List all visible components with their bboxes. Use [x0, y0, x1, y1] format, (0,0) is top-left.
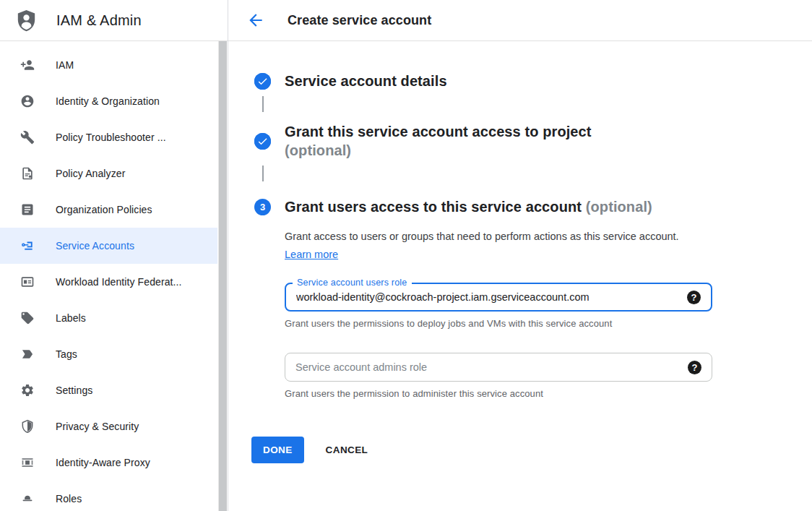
sidebar-item-label: Workload Identity Federat... [56, 276, 182, 288]
sidebar-item-label: Privacy & Security [56, 421, 139, 432]
gear-icon [20, 383, 35, 398]
service-account-key-icon [20, 239, 35, 253]
sidebar-item-labels[interactable]: Labels [0, 300, 217, 336]
sidebar-item-policy-troubleshooter[interactable]: Policy Troubleshooter ... [0, 119, 217, 155]
sidebar-item-label: Roles [56, 493, 82, 504]
sidebar-item-organization-policies[interactable]: Organization Policies [0, 192, 217, 228]
back-arrow-button[interactable] [246, 11, 265, 30]
sidebar: IAM & Admin IAM Identity & Organization [0, 0, 228, 511]
step-2-optional-label: (optional) [285, 141, 592, 160]
step-1-title: Service account details [285, 72, 447, 90]
arrow-tag-icon [20, 347, 35, 361]
sidebar-item-policy-analyzer[interactable]: Policy Analyzer [0, 155, 217, 192]
step-3-optional-label: (optional) [586, 199, 652, 215]
sidebar-item-service-accounts[interactable]: Service Accounts [0, 228, 217, 264]
sidebar-title: IAM & Admin [56, 12, 142, 29]
proxy-icon [20, 455, 35, 470]
help-icon[interactable]: ? [688, 361, 701, 374]
sidebar-item-iam[interactable]: IAM [0, 47, 217, 83]
label-tag-icon [20, 311, 35, 325]
step-3-header[interactable]: 3 Grant users access to this service acc… [254, 197, 812, 216]
sidebar-item-identity-aware-proxy[interactable]: Identity-Aware Proxy [0, 445, 217, 481]
iam-admin-page: IAM & Admin IAM Identity & Organization [0, 0, 812, 511]
sidebar-item-label: Tags [56, 348, 77, 360]
users-role-input[interactable] [296, 291, 678, 303]
account-circle-icon [20, 94, 35, 108]
sidebar-item-label: Policy Analyzer [56, 168, 125, 179]
admins-role-helper-text: Grant users the permission to administer… [285, 388, 812, 399]
hat-icon [20, 491, 35, 506]
form-actions: DONE CANCEL [251, 437, 812, 463]
wrench-icon [20, 130, 35, 145]
users-role-field-label: Service account users role [293, 278, 412, 288]
step-1-header[interactable]: Service account details [254, 72, 812, 90]
person-add-icon [20, 58, 35, 72]
step-3-title: Grant users access to this service accou… [285, 197, 652, 216]
create-service-account-form: Service account details Grant this servi… [228, 41, 812, 463]
sidebar-item-label: Policy Troubleshooter ... [56, 132, 166, 143]
sidebar-item-identity-organization[interactable]: Identity & Organization [0, 83, 217, 119]
cancel-button[interactable]: CANCEL [326, 445, 368, 455]
step-1-completed-check-icon [254, 73, 271, 90]
sidebar-header: IAM & Admin [0, 0, 228, 41]
step-3-description: Grant access to users or groups that nee… [285, 228, 683, 264]
help-icon[interactable]: ? [687, 291, 701, 304]
users-role-helper-text: Grant users the permissions to deploy jo… [285, 318, 812, 329]
sidebar-item-label: Labels [56, 312, 86, 324]
service-account-admins-role-field[interactable]: ? [285, 353, 712, 382]
sidebar-item-label: Service Accounts [56, 240, 134, 252]
step-2-title: Grant this service account access to pro… [285, 122, 592, 160]
sidebar-item-tags[interactable]: Tags [0, 336, 217, 372]
sidebar-scrollbar-thumb[interactable] [218, 41, 227, 511]
sidebar-item-roles[interactable]: Roles [0, 481, 217, 511]
step-2-header[interactable]: Grant this service account access to pro… [254, 122, 812, 160]
step-connector [262, 166, 264, 181]
learn-more-link[interactable]: Learn more [285, 249, 338, 260]
step-2-completed-check-icon [254, 133, 271, 150]
step-3-number-badge: 3 [254, 199, 271, 215]
id-card-icon [20, 275, 35, 289]
sidebar-item-label: IAM [56, 59, 74, 71]
done-button[interactable]: DONE [251, 437, 304, 463]
sidebar-item-label: Identity-Aware Proxy [56, 457, 150, 468]
sidebar-item-privacy-security[interactable]: Privacy & Security [0, 408, 217, 445]
iam-admin-shield-icon [14, 9, 38, 33]
sidebar-item-settings[interactable]: Settings [0, 372, 217, 408]
appbar: Create service account [228, 0, 812, 41]
shield-icon [20, 419, 35, 434]
article-icon [20, 202, 35, 217]
sidebar-item-label: Settings [56, 385, 92, 396]
step-connector [262, 96, 264, 112]
sidebar-nav: IAM Identity & Organization Policy Troub… [0, 41, 228, 511]
service-account-users-role-field[interactable]: Service account users role ? [285, 283, 712, 312]
policy-analyzer-icon [20, 166, 35, 181]
main-panel: Create service account Service account d… [228, 0, 812, 511]
sidebar-item-workload-identity-federation[interactable]: Workload Identity Federat... [0, 264, 217, 300]
page-title: Create service account [288, 13, 431, 28]
admins-role-input[interactable] [295, 361, 679, 373]
sidebar-item-label: Organization Policies [56, 204, 152, 215]
sidebar-item-label: Identity & Organization [56, 95, 160, 107]
